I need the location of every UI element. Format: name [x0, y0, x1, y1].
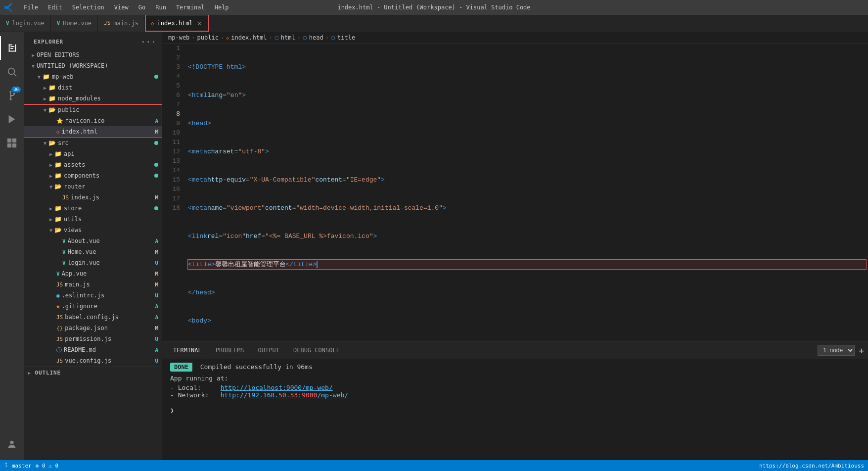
horizontal-scrollbar[interactable]: [162, 336, 868, 341]
file-eslintrc-js[interactable]: ◉ .eslintrc.js U: [24, 290, 162, 301]
folder-components[interactable]: ▶ 📁 components: [24, 170, 162, 181]
file-badge: M: [155, 325, 158, 331]
folder-dist[interactable]: ▶ 📁 dist: [24, 82, 162, 93]
folder-store[interactable]: ▶ 📁 store: [24, 203, 162, 214]
terminal-tab-bar: TERMINAL PROBLEMS OUTPUT DEBUG CONSOLE 1…: [162, 342, 868, 359]
file-about-vue[interactable]: V About.vue A: [24, 236, 162, 246]
menu-file[interactable]: File: [20, 3, 42, 12]
activity-explorer[interactable]: [0, 36, 24, 60]
tab-debug-console[interactable]: DEBUG CONSOLE: [286, 345, 347, 356]
folder-node-modules[interactable]: ▶ 📁 node_modules: [24, 93, 162, 104]
tab-main-js[interactable]: JS main.js: [98, 14, 145, 32]
code-content[interactable]: <!DOCTYPE html> <html lang="en"> <head> …: [186, 44, 868, 336]
vscode-icon: [4, 2, 14, 12]
folder-src[interactable]: ▼ 📂 src: [24, 138, 162, 148]
file-login-vue[interactable]: V login.vue U: [24, 257, 162, 268]
folder-assets[interactable]: ▶ 📁 assets: [24, 159, 162, 170]
folder-mp-web[interactable]: ▼ 📁 mp-web: [24, 71, 162, 82]
file-readme-md[interactable]: ⓘ README.md A: [24, 344, 162, 355]
chevron-down-icon: ▼: [38, 74, 41, 80]
outline-section: ▶ OUTLINE: [24, 366, 162, 379]
line-num-8: 8: [170, 109, 180, 119]
file-badge: A: [155, 314, 158, 321]
file-home-vue[interactable]: V Home.vue M: [24, 246, 162, 257]
line-num-6: 6: [170, 91, 180, 100]
menu-help[interactable]: Help: [211, 3, 233, 12]
file-badge: U: [155, 292, 158, 299]
tab-close-button[interactable]: ×: [196, 19, 203, 27]
breadcrumb: mp-web › public › ◇ index.html › ⬡ html …: [162, 32, 868, 44]
folder-icon: 📁: [48, 95, 56, 102]
menu-view[interactable]: View: [110, 3, 133, 12]
tab-index-html[interactable]: ◇ index.html ×: [145, 14, 209, 32]
folder-utils[interactable]: ▶ 📁 utils: [24, 214, 162, 225]
tag-icon: ⬡: [331, 35, 335, 41]
file-app-vue[interactable]: V App.vue M: [24, 268, 162, 279]
menu-run[interactable]: Run: [151, 3, 170, 12]
terminal-body[interactable]: DONE Compiled successfully in 96ms App r…: [162, 359, 868, 460]
file-type-icon: JS: [56, 314, 63, 321]
file-favicon-ico[interactable]: ⭐ favicon.ico A: [24, 115, 162, 126]
line-num-17: 17: [170, 194, 180, 203]
file-index-html[interactable]: ◇ index.html M: [24, 126, 162, 137]
tab-login-vue[interactable]: V login.vue: [0, 14, 51, 32]
activity-debug[interactable]: [0, 107, 24, 131]
folder-router[interactable]: ▼ 📂 router: [24, 181, 162, 192]
network-url-line: - Network: http://192.168.50.53:9000/mp-…: [170, 391, 860, 399]
activity-source-control[interactable]: 30: [0, 84, 24, 107]
terminal-area: TERMINAL PROBLEMS OUTPUT DEBUG CONSOLE 1…: [162, 341, 868, 460]
tab-home-vue[interactable]: V Home.vue: [51, 14, 98, 32]
activity-search[interactable]: [0, 60, 24, 84]
menu-edit[interactable]: Edit: [44, 3, 66, 12]
menu-selection[interactable]: Selection: [68, 3, 108, 12]
activity-account[interactable]: [0, 432, 24, 456]
terminal-select[interactable]: 1: node: [818, 345, 855, 356]
menu-go[interactable]: Go: [135, 3, 149, 12]
terminal-prompt: ❯: [170, 407, 860, 414]
svg-point-6: [8, 68, 15, 75]
svg-line-7: [14, 74, 16, 76]
file-babel-config-js[interactable]: JS babel.config.js A: [24, 312, 162, 323]
file-main-js[interactable]: JS main.js M: [24, 279, 162, 290]
file-type-icon: JS: [56, 282, 63, 288]
chevron-down-icon: ▼: [32, 63, 35, 69]
line-num-16: 16: [170, 185, 180, 194]
activity-extensions[interactable]: [0, 131, 24, 155]
open-editors-section[interactable]: ▶ OPEN EDITORS: [24, 49, 162, 60]
code-line-7: <link rel="icon" href="<%= BASE_URL %>fa…: [188, 232, 866, 241]
more-button[interactable]: ···: [140, 37, 156, 47]
svg-rect-3: [15, 45, 16, 52]
folder-public[interactable]: ▼ 📂 public: [24, 104, 162, 115]
folder-api[interactable]: ▶ 📁 api: [24, 148, 162, 159]
git-branch: master: [4, 463, 32, 469]
file-permission-js[interactable]: JS permission.js U: [24, 333, 162, 344]
local-url[interactable]: http://localhost:9000/mp-web/: [221, 384, 333, 391]
line-num-13: 13: [170, 156, 180, 166]
network-url[interactable]: http://192.168.50.53:9000/mp-web/: [221, 391, 348, 399]
chevron-down-icon: ▼: [44, 107, 46, 113]
folder-icon: 📁: [54, 205, 62, 212]
chevron-right-icon: ▶: [49, 217, 52, 222]
tab-terminal[interactable]: TERMINAL: [166, 345, 209, 356]
tab-label: login.vue: [12, 20, 45, 27]
file-router-index-js[interactable]: JS index.js M: [24, 192, 162, 203]
html-icon: ◇: [151, 20, 154, 27]
svg-rect-14: [12, 139, 16, 142]
file-badge: U: [155, 336, 158, 342]
title-bar: File Edit Selection View Go Run Terminal…: [0, 0, 868, 15]
add-terminal-button[interactable]: +: [859, 345, 864, 356]
outline-header[interactable]: ▶ OUTLINE: [24, 369, 162, 377]
folder-views[interactable]: ▼ 📂 views: [24, 225, 162, 236]
menu-terminal[interactable]: Terminal: [172, 3, 209, 12]
code-editor[interactable]: 1 2 3 4 5 6 7 8 9 10 11 12 13 14 15 16 1: [162, 44, 868, 336]
workspace-section[interactable]: ▼ UNTITLED (WORKSPACE): [24, 60, 162, 71]
tab-output[interactable]: OUTPUT: [251, 345, 286, 356]
file-package-json[interactable]: {} package.json M: [24, 323, 162, 333]
file-vue-config-js[interactable]: JS vue.config.js U: [24, 355, 162, 366]
status-bar: master ⊗ 0 ⚠ 0 https://blog.csdn.net/Amb…: [0, 460, 868, 471]
code-line-3: <head>: [188, 119, 866, 128]
tab-problems[interactable]: PROBLEMS: [209, 345, 251, 356]
folder-open-icon: 📂: [48, 140, 56, 146]
file-badge: U: [155, 260, 158, 266]
file-gitignore[interactable]: ◆ .gitignore A: [24, 301, 162, 312]
